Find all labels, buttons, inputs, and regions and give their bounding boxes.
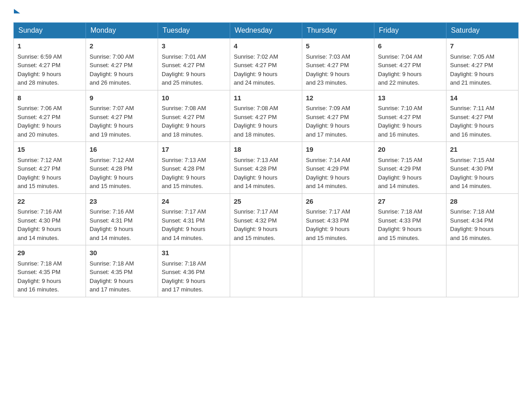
day-number: 25 <box>234 197 298 207</box>
calendar-day-cell: 25Sunrise: 7:17 AMSunset: 4:32 PMDayligh… <box>230 193 302 245</box>
day-number: 2 <box>90 41 154 51</box>
day-number: 17 <box>162 145 226 155</box>
calendar-day-cell: 10Sunrise: 7:08 AMSunset: 4:27 PMDayligh… <box>158 90 230 142</box>
sunrise-label: Sunrise: 7:08 AM <box>162 105 206 111</box>
sunset-label: Sunset: 4:27 PM <box>234 114 277 120</box>
daylight-label: Daylight: 9 hours <box>162 226 206 232</box>
sunrise-label: Sunrise: 7:02 AM <box>234 53 278 60</box>
sunset-label: Sunset: 4:27 PM <box>306 114 349 120</box>
daylight-value: and 14 minutes. <box>90 235 131 241</box>
sunrise-label: Sunrise: 6:59 AM <box>17 53 62 60</box>
daylight-value: and 16 minutes. <box>450 131 492 138</box>
daylight-label: Daylight: 9 hours <box>234 122 278 129</box>
weekday-header-row: SundayMondayTuesdayWednesdayThursdayFrid… <box>14 23 519 39</box>
calendar-day-cell <box>374 245 446 297</box>
daylight-value: and 14 minutes. <box>306 183 348 189</box>
daylight-label: Daylight: 9 hours <box>90 174 133 181</box>
calendar-day-cell: 6Sunrise: 7:04 AMSunset: 4:27 PMDaylight… <box>374 39 446 90</box>
day-number: 18 <box>234 145 298 155</box>
weekday-header-thursday: Thursday <box>302 23 374 39</box>
daylight-value: and 26 minutes. <box>90 79 131 86</box>
sunset-label: Sunset: 4:27 PM <box>17 114 60 120</box>
daylight-label: Daylight: 9 hours <box>90 122 133 129</box>
calendar-day-cell <box>230 245 302 297</box>
weekday-header-tuesday: Tuesday <box>158 23 230 39</box>
daylight-value: and 18 minutes. <box>162 131 203 138</box>
daylight-label: Daylight: 9 hours <box>378 71 422 77</box>
daylight-label: Daylight: 9 hours <box>306 174 350 181</box>
sunset-label: Sunset: 4:33 PM <box>378 217 421 224</box>
sunrise-label: Sunrise: 7:07 AM <box>90 105 134 111</box>
daylight-label: Daylight: 9 hours <box>17 226 61 232</box>
calendar-table: SundayMondayTuesdayWednesdayThursdayFrid… <box>13 22 519 297</box>
daylight-value: and 15 minutes. <box>306 235 348 241</box>
sunset-label: Sunset: 4:33 PM <box>306 217 349 224</box>
sunset-label: Sunset: 4:27 PM <box>17 165 60 172</box>
calendar-day-cell: 2Sunrise: 7:00 AMSunset: 4:27 PMDaylight… <box>86 39 158 90</box>
calendar-day-cell <box>302 245 374 297</box>
daylight-value: and 28 minutes. <box>17 79 59 86</box>
sunset-label: Sunset: 4:27 PM <box>162 62 205 68</box>
calendar-day-cell: 27Sunrise: 7:18 AMSunset: 4:33 PMDayligh… <box>374 193 446 245</box>
calendar-day-cell: 21Sunrise: 7:15 AMSunset: 4:30 PMDayligh… <box>446 142 519 194</box>
calendar-day-cell: 4Sunrise: 7:02 AMSunset: 4:27 PMDaylight… <box>230 39 302 90</box>
day-number: 14 <box>450 93 515 103</box>
daylight-label: Daylight: 9 hours <box>162 174 206 181</box>
sunset-label: Sunset: 4:29 PM <box>306 165 349 172</box>
logo <box>13 9 20 14</box>
daylight-label: Daylight: 9 hours <box>378 174 422 181</box>
day-number: 3 <box>162 41 226 51</box>
sunrise-label: Sunrise: 7:13 AM <box>234 157 278 163</box>
sunrise-label: Sunrise: 7:04 AM <box>378 53 422 60</box>
calendar-week-row: 8Sunrise: 7:06 AMSunset: 4:27 PMDaylight… <box>14 90 519 142</box>
sunrise-label: Sunrise: 7:16 AM <box>17 208 62 215</box>
sunrise-label: Sunrise: 7:17 AM <box>234 208 278 215</box>
sunrise-label: Sunrise: 7:09 AM <box>306 105 350 111</box>
sunrise-label: Sunrise: 7:08 AM <box>234 105 278 111</box>
sunrise-label: Sunrise: 7:18 AM <box>378 208 422 215</box>
calendar-week-row: 15Sunrise: 7:12 AMSunset: 4:27 PMDayligh… <box>14 142 519 194</box>
logo-arrow-icon <box>14 9 20 13</box>
weekday-header-monday: Monday <box>86 23 158 39</box>
daylight-label: Daylight: 9 hours <box>90 226 133 232</box>
calendar-week-row: 1Sunrise: 6:59 AMSunset: 4:27 PMDaylight… <box>14 39 519 90</box>
calendar-day-cell: 17Sunrise: 7:13 AMSunset: 4:28 PMDayligh… <box>158 142 230 194</box>
calendar-week-row: 22Sunrise: 7:16 AMSunset: 4:30 PMDayligh… <box>14 193 519 245</box>
daylight-label: Daylight: 9 hours <box>162 122 206 129</box>
calendar-day-cell: 1Sunrise: 6:59 AMSunset: 4:27 PMDaylight… <box>14 39 86 90</box>
daylight-label: Daylight: 9 hours <box>306 226 350 232</box>
day-number: 11 <box>234 93 298 103</box>
daylight-label: Daylight: 9 hours <box>234 226 278 232</box>
sunrise-label: Sunrise: 7:03 AM <box>306 53 350 60</box>
sunrise-label: Sunrise: 7:12 AM <box>90 157 134 163</box>
day-number: 26 <box>306 197 370 207</box>
sunset-label: Sunset: 4:34 PM <box>450 217 493 224</box>
daylight-label: Daylight: 9 hours <box>162 278 206 284</box>
sunset-label: Sunset: 4:35 PM <box>17 269 60 275</box>
page-header <box>13 9 519 14</box>
sunrise-label: Sunrise: 7:17 AM <box>306 208 350 215</box>
sunrise-label: Sunrise: 7:15 AM <box>378 157 422 163</box>
sunset-label: Sunset: 4:36 PM <box>162 269 205 275</box>
sunset-label: Sunset: 4:27 PM <box>162 114 205 120</box>
calendar-day-cell: 3Sunrise: 7:01 AMSunset: 4:27 PMDaylight… <box>158 39 230 90</box>
calendar-body: 1Sunrise: 6:59 AMSunset: 4:27 PMDaylight… <box>14 39 519 297</box>
daylight-value: and 17 minutes. <box>162 286 203 293</box>
calendar-day-cell: 19Sunrise: 7:14 AMSunset: 4:29 PMDayligh… <box>302 142 374 194</box>
calendar-day-cell: 15Sunrise: 7:12 AMSunset: 4:27 PMDayligh… <box>14 142 86 194</box>
daylight-label: Daylight: 9 hours <box>450 71 494 77</box>
sunrise-label: Sunrise: 7:14 AM <box>306 157 350 163</box>
calendar-day-cell: 31Sunrise: 7:18 AMSunset: 4:36 PMDayligh… <box>158 245 230 297</box>
daylight-label: Daylight: 9 hours <box>90 278 133 284</box>
daylight-value: and 14 minutes. <box>450 183 492 189</box>
sunset-label: Sunset: 4:30 PM <box>450 165 493 172</box>
calendar-day-cell: 8Sunrise: 7:06 AMSunset: 4:27 PMDaylight… <box>14 90 86 142</box>
sunset-label: Sunset: 4:35 PM <box>90 269 133 275</box>
daylight-value: and 15 minutes. <box>90 183 131 189</box>
sunrise-label: Sunrise: 7:01 AM <box>162 53 206 60</box>
day-number: 27 <box>378 197 442 207</box>
sunset-label: Sunset: 4:31 PM <box>90 217 133 224</box>
calendar-day-cell: 7Sunrise: 7:05 AMSunset: 4:27 PMDaylight… <box>446 39 519 90</box>
sunset-label: Sunset: 4:27 PM <box>306 62 349 68</box>
day-number: 8 <box>17 93 82 103</box>
